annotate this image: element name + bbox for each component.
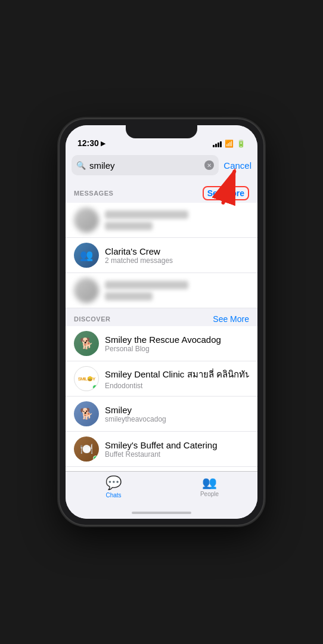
item-name: Smiley's Buffet and Catering [105,440,249,450]
blurred-name [105,210,188,219]
blurred-sub [105,292,153,301]
item-name: Smiley the Rescue Avocadog [105,335,249,345]
phone-frame: 12:30 ▶ 📶 🔋 🔍 smiley ✕ Cancel [60,119,263,525]
list-item[interactable]: SMIL😀Y Smiley Dental Clinic สมายลี่ คลิน… [66,361,257,397]
phone-screen: 12:30 ▶ 📶 🔋 🔍 smiley ✕ Cancel [66,125,257,519]
cancel-button[interactable]: Cancel [223,160,251,171]
home-bar [132,512,191,514]
list-item[interactable]: 🍽️ Smiley's Buffet and Catering Buffet R… [66,432,257,467]
people-icon: 👥 [202,475,217,490]
avatar: 🐕 [74,401,99,426]
list-item[interactable]: 🐕 Smiley the Rescue Avocadog Personal Bl… [66,326,257,361]
blurred-name [105,281,188,289]
search-clear-button[interactable]: ✕ [204,160,214,170]
avatar: 👥 [74,243,99,268]
signal-icon [213,140,222,147]
list-item[interactable]: 👥 Clarita's Crew 2 matched messages [66,238,257,273]
list-item[interactable] [66,203,257,238]
wifi-icon: 📶 [225,140,234,148]
item-name: Clarita's Crew [105,246,249,256]
messages-section-title: MESSAGES [74,190,113,197]
blurred-sub [105,222,153,230]
online-indicator [93,456,98,461]
search-icon: 🔍 [76,161,86,170]
item-name: Smiley [105,405,249,415]
messages-see-more-button[interactable]: See More [203,186,249,200]
item-sub: smileytheavocadog [105,415,249,423]
avatar: SMIL😀Y [74,366,99,391]
item-sub: 2 matched messages [105,256,249,265]
messages-section-header: MESSAGES See More [66,180,257,203]
avatar [74,208,99,233]
status-icons: 📶 🔋 [213,140,246,148]
avatar: 🍽️ [74,436,99,462]
item-name: Smiley Dental Clinic สมายลี่ คลินิกทันตก… [105,367,249,382]
battery-icon: 🔋 [237,140,246,148]
item-sub: Personal Blog [105,345,249,353]
tab-bar: 💬 Chats 👥 People [66,471,257,507]
list-item[interactable]: 🐕 Smiley smileytheavocadog [66,397,257,432]
location-icon: ▶ [101,140,105,147]
avatar [74,278,99,303]
discover-see-more-button[interactable]: See More [213,314,249,324]
item-sub: Endodontist [105,382,249,390]
search-results: MESSAGES See More 👥 Clarita's Crew [66,180,257,471]
people-label: People [200,491,219,497]
notch [126,125,197,138]
tab-chats[interactable]: 💬 Chats [66,475,162,499]
status-time: 12:30 ▶ [77,138,105,148]
chats-label: Chats [105,492,121,499]
item-sub: Buffet Restaurant [105,450,249,459]
discover-section-header: DISCOVER See More [66,308,257,326]
list-item[interactable] [66,273,257,308]
chats-icon: 💬 [105,475,122,491]
search-bar[interactable]: 🔍 smiley ✕ [72,155,219,175]
search-query[interactable]: smiley [89,160,201,171]
tab-people[interactable]: 👥 People [162,475,257,497]
avatar: 🐕 [74,331,99,356]
list-item[interactable]: 🎨 Smileys Color Product/Service [66,467,257,471]
discover-section-title: DISCOVER [74,315,110,323]
online-indicator [92,385,98,390]
home-indicator [66,507,257,519]
search-area: 🔍 smiley ✕ Cancel [66,151,257,180]
